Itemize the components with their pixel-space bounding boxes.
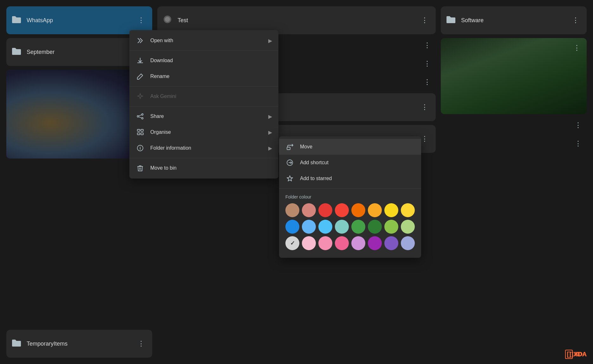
organise-chevron: ▶ xyxy=(268,129,272,135)
menu-share-label: Share xyxy=(150,114,164,119)
colour-purple-light[interactable] xyxy=(351,236,365,250)
colour-rose[interactable] xyxy=(302,203,316,217)
soft-row2-more-btn[interactable]: ⋮ xyxy=(572,119,584,131)
menu-rename[interactable]: Rename xyxy=(129,68,278,84)
colour-lime[interactable] xyxy=(384,220,398,234)
software-thumbnail: ⋮ xyxy=(441,38,587,114)
colour-red-dark[interactable] xyxy=(318,203,332,217)
folder-temporary-label: TemporaryItems xyxy=(27,341,135,347)
whatsapp-more-btn[interactable]: ⋮ xyxy=(135,14,147,26)
software-thumb-more-btn[interactable]: ⋮ xyxy=(571,42,583,54)
menu-download-label: Download xyxy=(150,58,173,63)
colour-amber[interactable] xyxy=(368,203,382,217)
submenu-add-shortcut-label: Add shortcut xyxy=(300,160,329,166)
software-more-btn[interactable]: ⋮ xyxy=(570,14,582,26)
temporary-more-btn[interactable]: ⋮ xyxy=(135,338,147,350)
folder-september-label: September xyxy=(27,49,135,55)
row3-more-btn[interactable]: ⋮ xyxy=(421,58,433,70)
folder-software[interactable]: Software ⋮ xyxy=(441,6,587,34)
share-icon xyxy=(136,113,145,120)
shortcut-icon xyxy=(285,159,294,166)
colour-purple[interactable] xyxy=(368,236,382,250)
folder-info-icon xyxy=(136,145,145,152)
colour-row-3 xyxy=(285,236,415,250)
submenu-move[interactable]: Move xyxy=(279,139,421,155)
colour-lime-light[interactable] xyxy=(401,220,415,234)
colour-row-1 xyxy=(285,203,415,217)
colour-deep-purple[interactable] xyxy=(384,236,398,250)
colour-green-dark[interactable] xyxy=(368,220,382,234)
colour-pink[interactable] xyxy=(335,236,349,250)
colour-cyan[interactable] xyxy=(318,220,332,234)
organise-icon xyxy=(136,129,145,136)
colour-pink-light[interactable] xyxy=(302,236,316,250)
colour-blue-light[interactable] xyxy=(302,220,316,234)
submenu-move-label: Move xyxy=(300,144,312,150)
menu-folder-information[interactable]: Folder information ▶ xyxy=(129,140,278,156)
gemini-icon xyxy=(136,93,145,100)
svg-point-2 xyxy=(142,114,143,115)
menu-move-to-bin-label: Move to bin xyxy=(150,165,177,171)
svg-point-4 xyxy=(142,118,143,119)
colour-grid xyxy=(285,203,415,250)
svg-point-1 xyxy=(165,17,170,22)
svg-point-3 xyxy=(137,116,139,117)
move-icon xyxy=(285,143,294,150)
colour-row-2 xyxy=(285,220,415,234)
menu-organise[interactable]: Organise ▶ xyxy=(129,124,278,140)
folder-whatsapp-label: WhatsApp xyxy=(27,17,135,24)
share-chevron: ▶ xyxy=(268,114,272,120)
folder-software-label: Software xyxy=(461,17,570,24)
colour-yellow-light[interactable] xyxy=(384,203,398,217)
divider-2 xyxy=(129,86,278,87)
svg-rect-10 xyxy=(287,147,290,150)
divider-1 xyxy=(129,50,278,51)
submenu-add-shortcut[interactable]: Add shortcut xyxy=(279,155,421,171)
colour-indigo-light[interactable] xyxy=(401,236,415,250)
submenu-add-to-starred-label: Add to starred xyxy=(300,176,332,181)
menu-open-with-label: Open with xyxy=(150,38,173,43)
folder-whatsapp[interactable]: WhatsApp ⋮ xyxy=(6,6,152,34)
rename-icon xyxy=(136,73,145,80)
menu-ask-gemini[interactable]: Ask Gemini xyxy=(129,88,278,104)
soft-row3-more-btn[interactable]: ⋮ xyxy=(572,138,584,150)
menu-move-to-bin[interactable]: Move to bin xyxy=(129,160,278,176)
menu-download[interactable]: Download xyxy=(129,53,278,68)
folder-colour-section: Folder colour xyxy=(279,191,421,255)
divider-3 xyxy=(129,106,278,107)
svg-rect-7 xyxy=(141,129,143,131)
star-icon xyxy=(285,175,294,182)
menu-folder-info-label: Folder information xyxy=(150,145,191,151)
test-more-btn[interactable]: ⋮ xyxy=(419,14,431,26)
folder-icon-whatsapp xyxy=(11,15,22,26)
svg-rect-8 xyxy=(141,133,143,135)
row4-more-btn[interactable]: ⋮ xyxy=(421,76,433,88)
classroom-more-btn[interactable]: ⋮ xyxy=(419,101,431,113)
primary-context-menu: Open with ▶ Download Rename xyxy=(129,30,278,179)
folder-icon-test xyxy=(162,15,173,26)
submenu-divider xyxy=(279,188,421,189)
colour-green[interactable] xyxy=(351,220,365,234)
folder-test-label: Test xyxy=(178,17,419,24)
row2-more-btn[interactable]: ⋮ xyxy=(421,39,433,51)
organise-submenu: Move Add shortcut Add to starred xyxy=(279,136,421,258)
menu-open-with[interactable]: Open with ▶ xyxy=(129,33,278,49)
folder-colour-label: Folder colour xyxy=(285,194,415,199)
divider-4 xyxy=(129,158,278,158)
colour-grey-selected[interactable] xyxy=(285,236,299,250)
colour-orange[interactable] xyxy=(351,203,365,217)
colour-blue[interactable] xyxy=(285,220,299,234)
trash-icon xyxy=(136,165,145,172)
svg-rect-5 xyxy=(137,129,140,131)
open-with-chevron: ▶ xyxy=(268,38,272,44)
menu-share[interactable]: Share ▶ xyxy=(129,108,278,124)
colour-pink-medium[interactable] xyxy=(318,236,332,250)
colour-yellow[interactable] xyxy=(401,203,415,217)
submenu-add-to-starred[interactable]: Add to starred xyxy=(279,171,421,186)
folder-temporaryitems[interactable]: TemporaryItems ⋮ xyxy=(6,330,152,358)
menu-ask-gemini-label: Ask Gemini xyxy=(150,94,176,99)
menu-organise-label: Organise xyxy=(150,129,171,135)
colour-teal-light[interactable] xyxy=(335,220,349,234)
colour-tan[interactable] xyxy=(285,203,299,217)
colour-red[interactable] xyxy=(335,203,349,217)
